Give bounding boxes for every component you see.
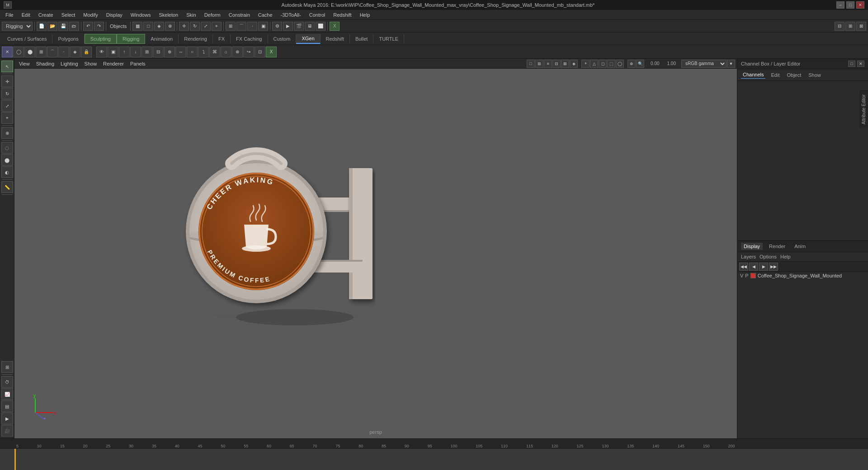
close-button[interactable]: ✕ <box>856 1 864 9</box>
vp-menu-lighting[interactable]: Lighting <box>58 60 81 67</box>
save-scene-btn[interactable]: 💾 <box>58 22 68 31</box>
ungroup-icon[interactable]: ⊟ <box>153 47 164 57</box>
joint-icon[interactable]: ○ <box>187 47 198 57</box>
camera-seq-btn[interactable]: 🎥 <box>1 425 13 437</box>
universal-manip-btn[interactable]: ⌖ <box>212 22 222 31</box>
attribute-editor-tab[interactable]: Attribute Editor <box>860 90 868 128</box>
vp-menu-renderer[interactable]: Renderer <box>100 60 127 67</box>
layer-playback[interactable]: P <box>745 273 748 278</box>
redo-btn[interactable]: ↷ <box>94 22 104 31</box>
snap-view-btn[interactable]: ▣ <box>258 22 268 31</box>
vp-icon7[interactable]: ⌖ <box>581 60 590 68</box>
paint-icon[interactable]: ⬤ <box>24 47 35 57</box>
graph-editor-btn[interactable]: 📈 <box>1 388 13 400</box>
close-panel-btn[interactable]: ✕ <box>857 61 864 67</box>
render-region-btn[interactable]: ⬜ <box>316 22 326 31</box>
color-mgmt-btn[interactable]: ▼ <box>727 60 735 68</box>
select-component-btn[interactable]: ◈ <box>154 22 164 31</box>
menu-modify[interactable]: Modify <box>80 11 101 19</box>
tab-sculpting[interactable]: Sculpting <box>85 34 117 44</box>
trax-editor-btn[interactable]: ▶ <box>1 413 13 424</box>
menu-windows[interactable]: Windows <box>127 11 155 19</box>
menu-file[interactable]: File <box>2 11 17 19</box>
tab-turtle[interactable]: TURTLE <box>373 34 404 43</box>
tab-anim[interactable]: Anim <box>792 243 808 250</box>
tab-fx-caching[interactable]: FX Caching <box>231 34 268 43</box>
ipr-render-btn[interactable]: ▶ <box>283 22 293 31</box>
tab-xgen[interactable]: XGen <box>296 34 320 44</box>
dope-sheet-btn[interactable]: ▤ <box>1 400 13 412</box>
select-tool-btn[interactable]: ↖ <box>1 61 13 72</box>
tab-show[interactable]: Show <box>807 71 823 79</box>
snap-point-icon[interactable]: · <box>58 47 69 57</box>
menu-display[interactable]: Display <box>103 11 126 19</box>
paint-tool-btn[interactable]: ⬤ <box>1 154 13 166</box>
layer-visibility[interactable]: V <box>740 273 743 278</box>
menu-redshift[interactable]: Redshift <box>330 11 355 19</box>
snap-curve-icon[interactable]: ⌒ <box>47 47 58 57</box>
layer-skip-back-btn[interactable]: ◀◀ <box>739 263 748 271</box>
layer-tab-layers[interactable]: Layers <box>741 254 756 259</box>
vp-icon4[interactable]: ⊟ <box>552 60 561 68</box>
snap-live-icon[interactable]: ◈ <box>70 47 80 57</box>
tab-curves-surfaces[interactable]: Curves / Surfaces <box>2 34 52 43</box>
tab-rendering[interactable]: Rendering <box>179 34 213 43</box>
scale-btn[interactable]: ⤢ <box>201 22 211 31</box>
tab-animation[interactable]: Animation <box>145 34 179 43</box>
menu-control[interactable]: Control <box>306 11 329 19</box>
time-editor-btn[interactable]: ⏱ <box>1 376 13 388</box>
measure-tool-btn[interactable]: 📏 <box>1 181 13 193</box>
hardware-render-btn[interactable]: 🖥 <box>305 22 315 31</box>
tab-custom[interactable]: Custom <box>268 34 297 43</box>
timeline-track[interactable] <box>0 449 868 470</box>
lasso-tool-btn[interactable]: ◌ <box>1 142 13 154</box>
menu-deform[interactable]: Deform <box>201 11 224 19</box>
deformer-icon[interactable]: ⌂ <box>221 47 231 57</box>
vp-icon8[interactable]: △ <box>590 60 598 68</box>
menu-select[interactable]: Select <box>58 11 79 19</box>
tab-redshift[interactable]: Redshift <box>321 34 350 43</box>
shelf-btn3[interactable]: ⊠ <box>856 22 866 31</box>
layer-skip-fwd-btn[interactable]: ▶▶ <box>769 263 778 271</box>
render-btn[interactable]: 🎬 <box>294 22 304 31</box>
cluster-icon[interactable]: ⌘ <box>209 47 220 57</box>
menu-skin[interactable]: Skin <box>183 11 199 19</box>
select-active-icon[interactable]: ✕ <box>2 47 13 57</box>
universal-tool-btn[interactable]: ⌖ <box>1 112 13 124</box>
tab-edit[interactable]: Edit <box>769 71 781 79</box>
snap-grid-icon[interactable]: ⊞ <box>36 47 47 57</box>
open-scene-btn[interactable]: 📂 <box>47 22 57 31</box>
unparent-icon[interactable]: ↑ <box>119 47 130 57</box>
snap-curve-btn[interactable]: ⌒ <box>236 22 246 31</box>
move-btn[interactable]: ✛ <box>179 22 189 31</box>
rigging-selector[interactable]: Rigging <box>2 22 33 31</box>
new-scene-btn[interactable]: 📄 <box>37 22 47 31</box>
scale-tool-btn[interactable]: ⤢ <box>1 100 13 112</box>
vp-icon1[interactable]: □ <box>527 60 535 68</box>
menu-3dtoall[interactable]: -3DToAll- <box>277 11 305 19</box>
wrap-icon[interactable]: ↪ <box>243 47 254 57</box>
lattice-icon[interactable]: ⊡ <box>255 47 265 57</box>
layout-4panel-btn[interactable]: ⊞ <box>1 361 13 373</box>
layer-tab-help[interactable]: Help <box>780 254 791 259</box>
tab-rigging[interactable]: Rigging <box>117 34 145 44</box>
maya-menu-btn[interactable]: M <box>4 1 12 9</box>
parent-icon[interactable]: ↓ <box>130 47 141 57</box>
menu-edit[interactable]: Edit <box>18 11 34 19</box>
color-space-selector[interactable]: sRGB gamma <box>681 60 726 68</box>
tab-fx[interactable]: FX <box>213 34 231 43</box>
save-as-btn[interactable]: 🗁 <box>69 22 79 31</box>
select-snap-btn[interactable]: ⊕ <box>165 22 175 31</box>
vp-menu-show[interactable]: Show <box>82 60 100 67</box>
layer-fwd-btn[interactable]: ▶ <box>759 263 768 271</box>
template-icon[interactable]: ▣ <box>108 47 118 57</box>
rotate-tool-btn[interactable]: ↻ <box>1 88 13 99</box>
undo-btn[interactable]: ↶ <box>83 22 93 31</box>
snap-grid-btn[interactable]: ⊞ <box>226 22 236 31</box>
vp-icon10[interactable]: ⬚ <box>607 60 615 68</box>
center-pivot-icon[interactable]: ⊕ <box>164 47 175 57</box>
xgen-btn[interactable]: X <box>330 22 340 31</box>
tab-object[interactable]: Object <box>785 71 803 79</box>
layer-tab-options[interactable]: Options <box>760 254 777 259</box>
show-manipulator-btn[interactable]: ⊕ <box>1 127 13 139</box>
